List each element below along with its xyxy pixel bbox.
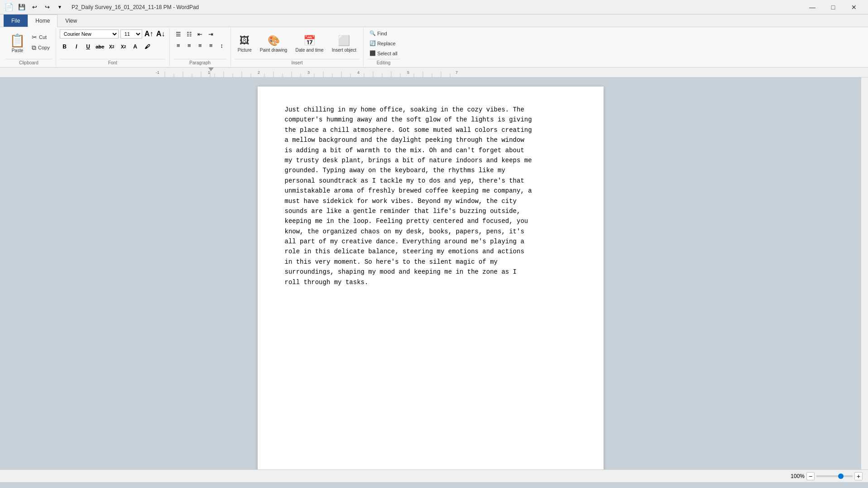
- font-size-select[interactable]: 11: [120, 29, 142, 39]
- font-family-select[interactable]: Courier New: [60, 29, 119, 39]
- maximize-button[interactable]: □: [823, 0, 844, 14]
- cut-button[interactable]: ✂ Cut: [29, 32, 52, 42]
- insert-object-label: Insert object: [332, 48, 356, 53]
- titlebar: 📄 💾 ↩ ↪ ▼ P2_Daily Survey_16_01_2024_11-…: [0, 0, 868, 14]
- zoom-controls: 100% − +: [791, 472, 863, 480]
- increase-indent-button[interactable]: ⇥: [206, 29, 216, 39]
- qat-dropdown[interactable]: ▼: [54, 2, 65, 13]
- document-page: Just chilling in my home office, soaking…: [258, 87, 604, 469]
- font-controls: Courier New 11 A↑ A↓ B I U abc X2 X2 A: [60, 29, 166, 58]
- find-button[interactable]: 🔍 Find: [367, 29, 389, 38]
- select-all-label: Select all: [377, 51, 398, 56]
- picture-label: Picture: [238, 48, 252, 53]
- editing-label: Editing: [367, 59, 400, 65]
- copy-button[interactable]: ⧉ Copy: [29, 43, 52, 53]
- zoom-slider-thumb: [838, 474, 844, 479]
- ruler: -1 1 2 3 4: [0, 68, 868, 77]
- insert-buttons: 🖼 Picture 🎨 Paint drawing 📅 Date and tim…: [235, 29, 360, 58]
- svg-text:5: 5: [407, 70, 409, 75]
- window-title: P2_Daily Survey_16_01_2024_11-18 PM - Wo…: [72, 4, 199, 10]
- ribbon-tab-bar: File Home View: [0, 14, 868, 27]
- shrink-font-button[interactable]: A↓: [156, 29, 166, 39]
- insert-object-button[interactable]: ⬜ Insert object: [329, 33, 360, 55]
- font-selector-row: Courier New 11 A↑ A↓: [60, 29, 166, 39]
- highlight-button[interactable]: 🖌: [142, 42, 152, 52]
- grow-font-button[interactable]: A↑: [144, 29, 154, 39]
- tab-view[interactable]: View: [58, 14, 85, 27]
- paint-drawing-button[interactable]: 🎨 Paint drawing: [257, 33, 291, 55]
- underline-button[interactable]: U: [83, 42, 93, 52]
- close-button[interactable]: ✕: [844, 0, 864, 14]
- find-label: Find: [377, 31, 387, 36]
- font-color-button[interactable]: A: [130, 42, 140, 52]
- titlebar-left: 📄 💾 ↩ ↪ ▼ P2_Daily Survey_16_01_2024_11-…: [4, 2, 199, 13]
- picture-icon: 🖼: [240, 35, 249, 47]
- zoom-in-button[interactable]: +: [854, 472, 863, 480]
- insert-object-icon: ⬜: [338, 35, 350, 47]
- wordpad-icon: 📄: [4, 2, 14, 13]
- editing-group: 🔍 Find 🔄 Replace ⬛ Select all Editing: [364, 28, 403, 66]
- line-spacing-button[interactable]: ↕: [217, 40, 227, 50]
- tab-home[interactable]: Home: [28, 14, 58, 27]
- paint-icon: 🎨: [268, 35, 280, 47]
- replace-label: Replace: [377, 41, 395, 46]
- unordered-list-button[interactable]: ☰: [173, 29, 183, 39]
- paste-button[interactable]: 📋 Paste: [5, 32, 29, 55]
- undo-button[interactable]: ↩: [29, 2, 40, 13]
- superscript-button[interactable]: X2: [119, 42, 129, 52]
- svg-text:2: 2: [258, 70, 260, 75]
- subscript-button[interactable]: X2: [107, 42, 117, 52]
- paragraph-label: Paragraph: [173, 59, 227, 65]
- datetime-icon: 📅: [303, 35, 316, 47]
- ruler-marks: -1 1 2 3 4: [156, 68, 868, 77]
- paste-label: Paste: [12, 48, 24, 53]
- decrease-indent-button[interactable]: ⇤: [195, 29, 205, 39]
- select-all-button[interactable]: ⬛ Select all: [367, 49, 400, 58]
- vertical-scrollbar[interactable]: [861, 77, 868, 469]
- align-buttons-row: ≡ ≡ ≡ ≡ ↕: [173, 40, 227, 50]
- paint-label: Paint drawing: [260, 48, 288, 53]
- clipboard-group: 📋 Paste ✂ Cut ⧉ Copy Cli: [2, 28, 56, 66]
- replace-icon: 🔄: [369, 40, 376, 46]
- ribbon: File Home View 📋 Paste ✂ Cut: [0, 14, 868, 68]
- clipboard-buttons: 📋 Paste ✂ Cut ⧉ Copy: [5, 29, 52, 58]
- picture-button[interactable]: 🖼 Picture: [235, 33, 255, 55]
- paste-icon: 📋: [10, 34, 25, 47]
- bold-button[interactable]: B: [60, 42, 70, 52]
- align-center-button[interactable]: ≡: [184, 40, 194, 50]
- statusbar: 100% − +: [0, 469, 868, 482]
- align-right-button[interactable]: ≡: [195, 40, 205, 50]
- clipboard-label: Clipboard: [5, 59, 52, 65]
- replace-button[interactable]: 🔄 Replace: [367, 39, 398, 48]
- strikethrough-button[interactable]: abc: [95, 42, 105, 52]
- cut-icon: ✂: [32, 34, 37, 41]
- ruler-body: -1 1 2 3 4: [156, 68, 868, 77]
- date-time-button[interactable]: 📅 Date and time: [292, 33, 326, 55]
- italic-button[interactable]: I: [72, 42, 82, 52]
- redo-button[interactable]: ↪: [42, 2, 53, 13]
- quick-access-toolbar: 📄 💾 ↩ ↪ ▼: [4, 2, 65, 13]
- save-button[interactable]: 💾: [16, 2, 27, 13]
- select-all-icon: ⬛: [369, 50, 376, 56]
- svg-text:4: 4: [357, 70, 360, 75]
- zoom-out-button[interactable]: −: [806, 472, 815, 480]
- list-buttons-row: ☰ ☷ ⇤ ⇥: [173, 29, 216, 39]
- copy-icon: ⧉: [32, 44, 36, 52]
- align-left-button[interactable]: ≡: [173, 40, 183, 50]
- paragraph-group: ☰ ☷ ⇤ ⇥ ≡ ≡ ≡ ≡ ↕ Paragraph: [170, 28, 231, 66]
- minimize-button[interactable]: —: [802, 0, 823, 14]
- editing-buttons: 🔍 Find 🔄 Replace ⬛ Select all: [367, 29, 400, 58]
- font-format-row: B I U abc X2 X2 A 🖌: [60, 42, 152, 52]
- right-indent-marker[interactable]: [208, 68, 214, 71]
- font-label: Font: [60, 59, 166, 65]
- document-text[interactable]: Just chilling in my home office, soaking…: [285, 105, 576, 287]
- insert-label: Insert: [235, 59, 360, 65]
- ribbon-content: 📋 Paste ✂ Cut ⧉ Copy Cli: [0, 27, 868, 67]
- tab-file[interactable]: File: [4, 14, 28, 27]
- insert-group: 🖼 Picture 🎨 Paint drawing 📅 Date and tim…: [231, 28, 364, 66]
- find-icon: 🔍: [369, 30, 376, 36]
- datetime-label: Date and time: [295, 48, 323, 53]
- zoom-slider[interactable]: [816, 475, 853, 477]
- justify-button[interactable]: ≡: [206, 40, 216, 50]
- ordered-list-button[interactable]: ☷: [184, 29, 194, 39]
